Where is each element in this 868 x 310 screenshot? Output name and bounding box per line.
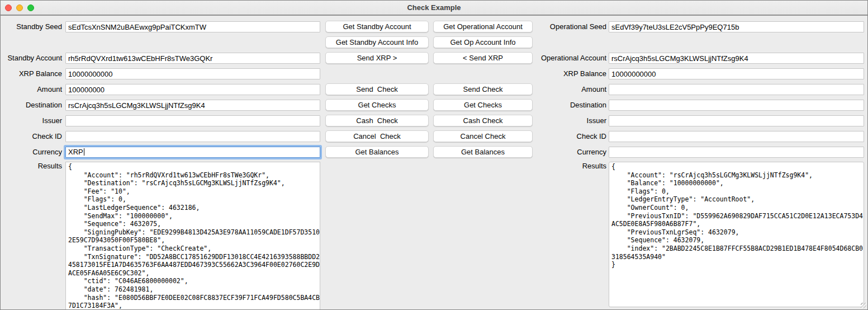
standby-destination-label: Destination [1, 100, 62, 111]
standby-seed-label: Standby Seed [1, 21, 62, 32]
operational-seed-field[interactable] [609, 21, 864, 32]
standby-issuer-field[interactable] [65, 115, 320, 126]
standby-balance-field[interactable] [65, 68, 320, 79]
operational-balance-field[interactable] [609, 68, 864, 79]
operational-account-field[interactable] [609, 53, 864, 64]
operational-account-label: Operational Account [515, 53, 606, 64]
standby-cancel-check-button[interactable]: Cancel Check [325, 130, 429, 142]
operational-issuer-field[interactable] [609, 115, 864, 126]
get-op-account-info-button[interactable]: Get Op Account Info [433, 36, 533, 48]
window-title: Check Example [1, 1, 867, 15]
operational-results-area[interactable]: { "Account": "rsCrAjcq3h5sLGCMg3KLWSLjjN… [609, 162, 864, 307]
standby-amount-label: Amount [1, 84, 62, 95]
standby-currency-label: Currency [1, 147, 62, 158]
standby-cash-check-button[interactable]: Cash Check [325, 115, 429, 126]
standby-get-checks-button[interactable]: Get Checks [325, 99, 429, 111]
operational-destination-field[interactable] [609, 100, 864, 111]
operational-seed-label: Operational Seed [515, 21, 606, 32]
operational-results-text: { "Account": "rsCrAjcq3h5sLGCMg3KLWSLjjN… [609, 162, 864, 269]
title-bar: Check Example [1, 1, 867, 16]
operational-amount-label: Amount [515, 84, 606, 95]
text-caret [84, 148, 84, 156]
standby-check-id-field[interactable] [65, 131, 320, 142]
standby-account-field[interactable] [65, 53, 320, 64]
standby-currency-field[interactable]: XRP [65, 147, 320, 158]
standby-currency-value: XRP [68, 148, 83, 156]
standby-send-check-button[interactable]: Send Check [325, 83, 429, 95]
standby-balance-label: XRP Balance [1, 68, 62, 79]
standby-get-balances-button[interactable]: Get Balances [325, 146, 429, 158]
standby-results-label: Results [1, 161, 62, 172]
operational-results-label: Results [515, 161, 606, 172]
app-window: Check Example Standby Seed Standby Accou… [0, 0, 868, 310]
operational-currency-field[interactable] [609, 147, 864, 158]
operational-amount-field[interactable] [609, 84, 864, 95]
operational-destination-label: Destination [515, 100, 606, 111]
standby-results-area[interactable]: { "Account": "rh5rRdQVXrd1tw613wCEbHFr8s… [65, 162, 320, 310]
standby-issuer-label: Issuer [1, 115, 62, 126]
operational-check-id-label: Check ID [515, 131, 606, 142]
operational-currency-label: Currency [515, 147, 606, 158]
standby-results-text: { "Account": "rh5rRdQVXrd1tw613wCEbHFr8s… [66, 162, 320, 310]
standby-destination-field[interactable] [65, 100, 320, 111]
resize-grip[interactable] [861, 303, 866, 308]
send-xrp-right-button[interactable]: Send XRP > [325, 52, 429, 64]
standby-seed-field[interactable] [65, 21, 320, 32]
standby-account-label: Standby Account [1, 53, 62, 64]
operational-check-id-field[interactable] [609, 131, 864, 142]
get-standby-account-info-button[interactable]: Get Standby Account Info [325, 36, 429, 48]
operational-issuer-label: Issuer [515, 115, 606, 126]
operational-balance-label: XRP Balance [515, 68, 606, 79]
get-standby-account-button[interactable]: Get Standby Account [325, 21, 429, 32]
standby-check-id-label: Check ID [1, 131, 62, 142]
standby-amount-field[interactable] [65, 84, 320, 95]
